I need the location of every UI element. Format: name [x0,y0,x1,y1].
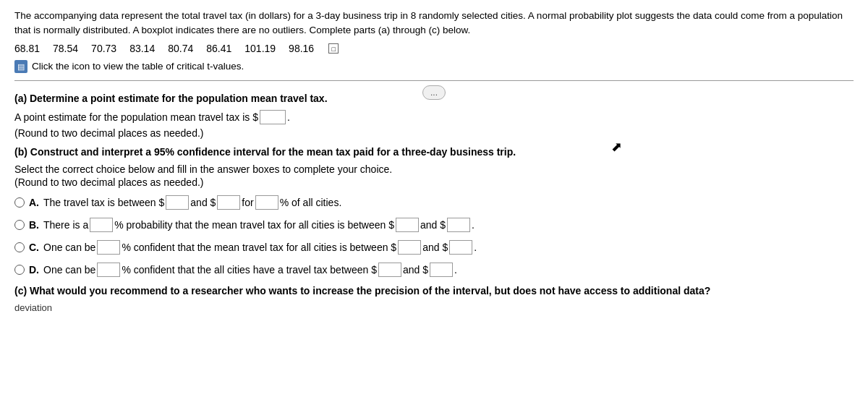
choice-d-input-1[interactable] [97,263,120,277]
point-estimate-text-after: . [287,111,290,123]
choice-c-input-3[interactable] [449,240,472,255]
intro-paragraph: The accompanying data represent the tota… [14,9,854,38]
choice-c-label: C. [29,240,39,255]
choice-b-text-middle2: and $ [420,218,446,233]
section-a-round-note: (Round to two decimal places as needed.) [14,127,854,139]
table-icon[interactable]: ▤ [14,60,27,73]
choice-a-input-2[interactable] [217,195,240,210]
choice-b-item: B. There is a % probability that the mea… [14,218,854,233]
section-c-label: (c) What would you recommend to a resear… [14,285,854,297]
choice-d-input-2[interactable] [378,263,401,277]
choice-b-input-3[interactable] [447,218,470,232]
data-values-row: 68.81 78.54 70.73 83.14 80.74 86.41 101.… [14,43,854,54]
section-b: (b) Construct and interpret a 95% confid… [14,146,854,278]
point-estimate-input[interactable] [260,110,286,124]
data-val-7: 101.19 [244,43,276,54]
main-container: The accompanying data represent the tota… [0,0,868,418]
data-val-4: 83.14 [129,43,155,54]
expand-button[interactable]: ... [422,85,446,100]
choice-c-input-2[interactable] [398,240,421,255]
choice-c-text-before: One can be [43,240,95,255]
data-val-6: 86.41 [206,43,231,54]
data-val-8: 98.16 [289,43,314,54]
radio-c[interactable] [14,242,25,252]
choice-a-for: for [242,195,253,210]
click-icon-row: ▤ Click the icon to view the table of cr… [14,60,854,73]
section-b-label: (b) Construct and interpret a 95% confid… [14,146,854,158]
point-estimate-text-before: A point estimate for the population mean… [14,111,258,123]
point-estimate-line: A point estimate for the population mean… [14,110,854,124]
choice-b-content: B. There is a % probability that the mea… [29,218,475,233]
select-instruction: Select the correct choice below and fill… [14,163,854,175]
choice-a-text-after: % of all cities. [280,195,342,210]
data-val-2: 78.54 [53,43,78,54]
choice-a-content: A. The travel tax is between $ and $ for… [29,195,341,210]
choice-d-text-middle1: % confident that the all cities have a t… [122,263,377,278]
choice-c-and: and $ [422,240,448,255]
choice-b-text-middle1: % probability that the mean travel tax f… [114,218,394,233]
choice-d-label: D. [29,263,39,278]
data-val-1: 68.81 [14,43,40,54]
choice-d-and: and $ [403,263,428,278]
choice-list: A. The travel tax is between $ and $ for… [14,195,854,278]
section-c: (c) What would you recommend to a resear… [14,285,854,297]
choice-a-text-before: The travel tax is between $ [43,195,164,210]
choice-d-content: D. One can be % confident that the all c… [29,263,457,278]
choice-d-item: D. One can be % confident that the all c… [14,263,854,278]
choice-c-item: C. One can be % confident that the mean … [14,240,854,255]
choice-a-label: A. [29,195,39,210]
choice-c-input-1[interactable] [97,240,120,255]
data-val-5: 80.74 [168,43,193,54]
choice-c-text-middle1: % confident that the mean travel tax for… [122,240,396,255]
choice-a-and: and $ [190,195,216,210]
choice-b-input-1[interactable] [90,218,113,232]
section-b-round-note: (Round to two decimal places as needed.) [14,176,854,188]
choice-a-input-3[interactable] [255,195,278,210]
data-val-3: 70.73 [91,43,116,54]
choice-b-input-2[interactable] [396,218,419,232]
choice-d-text-before: One can be [43,263,95,278]
choice-d-text-after: . [454,263,457,278]
bottom-hint: deviation [14,302,854,313]
radio-a[interactable] [14,197,25,208]
radio-b[interactable] [14,220,25,230]
click-icon-text: Click the icon to view the table of crit… [32,61,244,72]
divider [14,80,854,81]
choice-b-label: B. [29,218,39,233]
choice-c-text-after: . [474,240,477,255]
choice-a-item: A. The travel tax is between $ and $ for… [14,195,854,210]
choice-a-input-1[interactable] [166,195,189,210]
choice-b-text-after: . [472,218,475,233]
copy-icon[interactable]: □ [328,43,339,54]
choice-c-content: C. One can be % confident that the mean … [29,240,477,255]
bottom-hint-text: deviation [14,302,52,313]
choice-b-text-before: There is a [43,218,88,233]
radio-d[interactable] [14,265,25,275]
choice-d-input-3[interactable] [430,263,453,277]
